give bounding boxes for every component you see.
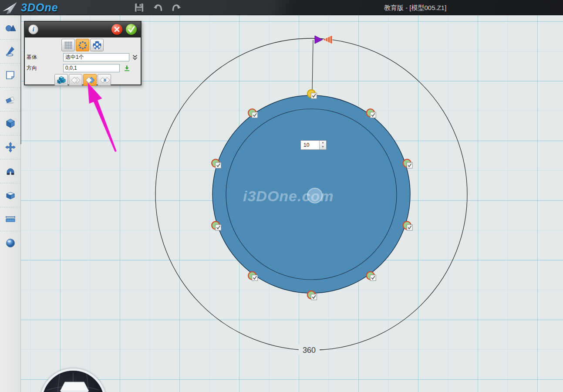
tab-linear-pattern[interactable] bbox=[61, 39, 75, 51]
diamond-points-icon bbox=[99, 75, 110, 85]
sidebar-item-eraser[interactable] bbox=[0, 87, 20, 111]
pick-direction-icon[interactable] bbox=[124, 65, 130, 71]
instance-count-input[interactable] bbox=[301, 141, 319, 149]
cancel-button[interactable] bbox=[111, 24, 122, 35]
app-logo: 3DOne bbox=[0, 0, 58, 15]
open-box-icon bbox=[5, 189, 16, 201]
direction-field-row: 方向 bbox=[25, 63, 141, 73]
linear-pattern-icon bbox=[64, 41, 73, 50]
circular-pattern-dialog: i bbox=[24, 21, 142, 85]
option-two-white-diamonds[interactable] bbox=[69, 74, 82, 86]
sidebar-item-material-sphere[interactable] bbox=[0, 231, 20, 255]
canvas-edge-divider bbox=[20, 15, 21, 144]
pattern-type-tabs bbox=[61, 39, 141, 51]
option-white-blue-diamond[interactable] bbox=[83, 74, 97, 86]
check-icon bbox=[126, 24, 137, 35]
sketch-plane-icon bbox=[5, 70, 16, 81]
move-arrows-icon bbox=[5, 142, 16, 153]
app-name: 3DOne bbox=[21, 1, 58, 14]
base-field-label: 基体 bbox=[27, 54, 63, 61]
magnet-icon bbox=[5, 166, 16, 177]
sidebar-item-primitives[interactable] bbox=[0, 15, 20, 39]
option-stacked-cubes[interactable] bbox=[54, 74, 68, 86]
spinner-down-icon[interactable]: ▼ bbox=[320, 145, 326, 149]
white-blue-diamond-icon bbox=[84, 75, 96, 85]
sidebar-item-solid-block[interactable] bbox=[0, 111, 20, 135]
info-icon[interactable]: i bbox=[28, 24, 38, 34]
option-diamond-points[interactable] bbox=[98, 74, 111, 86]
direction-field-label: 方向 bbox=[27, 64, 63, 72]
sidebar-item-magnet-snap[interactable] bbox=[0, 159, 20, 183]
direction-field-input[interactable] bbox=[63, 64, 120, 72]
spherical-pattern-icon bbox=[92, 41, 102, 50]
tab-spherical-pattern[interactable] bbox=[90, 39, 104, 51]
spinner-arrows[interactable]: ▲ ▼ bbox=[319, 141, 326, 149]
cube-icon bbox=[5, 118, 16, 129]
save-icon[interactable] bbox=[134, 3, 145, 13]
paper-plane-icon bbox=[2, 0, 18, 15]
pattern-options bbox=[54, 74, 141, 86]
sidebar-item-dimension[interactable] bbox=[0, 207, 20, 231]
sidebar-item-sketch-plane[interactable] bbox=[0, 63, 20, 87]
tab-circular-pattern[interactable] bbox=[76, 39, 89, 51]
title-bar: 3DOne 教育版 - [模型005.Z1] bbox=[0, 0, 563, 15]
stacked-cubes-icon bbox=[56, 75, 67, 85]
expand-chevron-icon[interactable] bbox=[132, 54, 138, 61]
sidebar-item-move[interactable] bbox=[0, 135, 20, 159]
circular-pattern-icon bbox=[78, 41, 88, 50]
sidebar-item-sketch[interactable] bbox=[0, 39, 20, 63]
sidebar-item-assembly-box[interactable] bbox=[0, 183, 20, 207]
eraser-icon bbox=[5, 94, 16, 105]
two-white-diamonds-icon bbox=[70, 75, 81, 85]
base-field-input[interactable] bbox=[63, 53, 129, 61]
undo-icon[interactable] bbox=[153, 3, 163, 13]
tool-sidebar bbox=[0, 15, 21, 392]
confirm-button[interactable] bbox=[126, 24, 137, 35]
model-disc[interactable] bbox=[212, 95, 410, 293]
close-icon bbox=[111, 24, 122, 35]
instance-count-spinner[interactable]: ▲ ▼ bbox=[300, 140, 327, 150]
view-cube[interactable] bbox=[40, 368, 106, 392]
redo-icon[interactable] bbox=[171, 3, 182, 13]
view-cube-graphic bbox=[42, 371, 104, 392]
document-title: 教育版 - [模型005.Z1] bbox=[384, 0, 446, 15]
dimension-ruler-icon bbox=[5, 213, 16, 225]
base-field-row: 基体 bbox=[25, 52, 141, 62]
sphere-icon bbox=[5, 237, 16, 249]
spinner-up-icon[interactable]: ▲ bbox=[320, 141, 326, 145]
dialog-header: i bbox=[25, 22, 141, 37]
primitives-icon bbox=[5, 22, 16, 33]
sketch-pen-icon bbox=[5, 46, 16, 57]
